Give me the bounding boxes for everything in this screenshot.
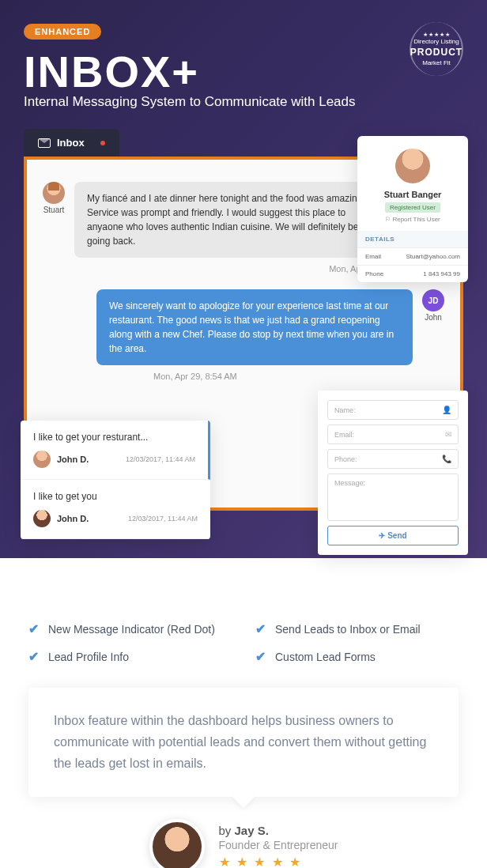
phone-field[interactable]: Phone:📞 xyxy=(327,449,459,469)
avatar xyxy=(43,182,65,204)
mail-icon xyxy=(38,138,51,148)
message-date: 12/03/2017, 11:44 AM xyxy=(128,515,198,523)
feature-item: ✔Custom Lead Forms xyxy=(255,649,459,664)
lead-form: Name:👤 Email:✉ Phone:📞 Message: ✈ Send xyxy=(318,391,468,555)
enhanced-badge: ENHANCED xyxy=(24,24,101,40)
message-preview: I like to get your resturant... xyxy=(33,432,195,443)
feature-item: ✔Lead Profile Info xyxy=(28,649,232,664)
check-icon: ✔ xyxy=(28,621,39,636)
testimonial-section: Inbox feature within the dashboard helps… xyxy=(0,688,487,868)
avatar xyxy=(149,819,205,868)
avatar xyxy=(395,149,430,183)
avatar: JD xyxy=(422,289,444,311)
page-title: INBOX+ xyxy=(24,46,463,97)
email-field[interactable]: Email:✉ xyxy=(327,425,459,444)
list-item[interactable]: I like to get your resturant... John D. … xyxy=(21,421,210,480)
author-name: by Jay S. xyxy=(219,824,338,837)
envelope-icon: ✉ xyxy=(445,430,451,439)
author-block: by Jay S. Founder & Entrepreneur ★ ★ ★ ★… xyxy=(28,819,459,868)
feature-item: ✔New Message Indicator (Red Dot) xyxy=(28,621,232,636)
feature-item: ✔Send Leads to Inbox or Email xyxy=(255,621,459,636)
inbox-tab[interactable]: Inbox xyxy=(24,129,119,157)
profile-tag: Registered User xyxy=(385,202,440,213)
message-field[interactable]: Message: xyxy=(327,474,459,521)
profile-phone-row: Phone1 843 943 99 xyxy=(357,265,468,282)
rating-stars: ★ ★ ★ ★ ★ xyxy=(219,855,338,868)
check-icon: ✔ xyxy=(255,621,266,636)
list-item[interactable]: I like to get you John D. 12/03/2017, 11… xyxy=(21,480,210,539)
sender-name: Stuart xyxy=(43,206,65,214)
timestamp: Mon, Apr 29, 8:54 AM xyxy=(153,372,444,381)
testimonial-text: Inbox feature within the dashboard helps… xyxy=(54,710,433,775)
sender-name: John D. xyxy=(57,455,119,464)
check-icon: ✔ xyxy=(255,649,266,664)
send-icon: ✈ xyxy=(379,531,385,540)
phone-icon: 📞 xyxy=(442,455,451,463)
notification-dot xyxy=(100,141,105,145)
message-preview: I like to get you xyxy=(33,491,198,502)
features-grid: ✔New Message Indicator (Red Dot) ✔Send L… xyxy=(0,558,487,688)
message-bubble: My fiancé and I ate dinner here tonight … xyxy=(74,182,391,258)
profile-card: Stuart Banger Registered User ⚐ Report T… xyxy=(357,136,468,282)
message-row: JD John We sincerely want to apologize f… xyxy=(43,289,444,365)
profile-name: Stuart Banger xyxy=(365,190,460,199)
sender-name: John xyxy=(422,313,444,322)
avatar xyxy=(33,451,51,468)
inbox-tab-label: Inbox xyxy=(57,137,85,149)
mockup-container: Inbox Stuart My fiancé and I ate dinner … xyxy=(24,129,463,558)
message-bubble: We sincerely want to apologize for your … xyxy=(96,289,413,365)
message-date: 12/03/2017, 11:44 AM xyxy=(126,455,195,463)
author-role: Founder & Entrepreneur xyxy=(219,839,338,851)
product-seal-badge: ★★★★★ Directory Listing PRODUCT Market F… xyxy=(410,22,463,76)
check-icon: ✔ xyxy=(28,649,39,664)
details-header: DETAILS xyxy=(357,231,468,247)
avatar xyxy=(33,510,51,527)
report-user-link[interactable]: ⚐ Report This User xyxy=(365,216,460,223)
hero-section: ★★★★★ Directory Listing PRODUCT Market F… xyxy=(0,0,487,558)
user-icon: 👤 xyxy=(442,406,451,414)
sender-name: John D. xyxy=(57,514,122,523)
message-list: I like to get your resturant... John D. … xyxy=(21,421,210,539)
page-subtitle: Internal Messaging System to Communicate… xyxy=(24,94,463,110)
send-button[interactable]: ✈ Send xyxy=(327,526,459,545)
profile-email-row: EmailStuart@yahoo.com xyxy=(357,247,468,265)
chat-panel: Stuart My fiancé and I ate dinner here t… xyxy=(24,157,463,511)
testimonial-box: Inbox feature within the dashboard helps… xyxy=(28,688,459,797)
name-field[interactable]: Name:👤 xyxy=(327,400,459,420)
